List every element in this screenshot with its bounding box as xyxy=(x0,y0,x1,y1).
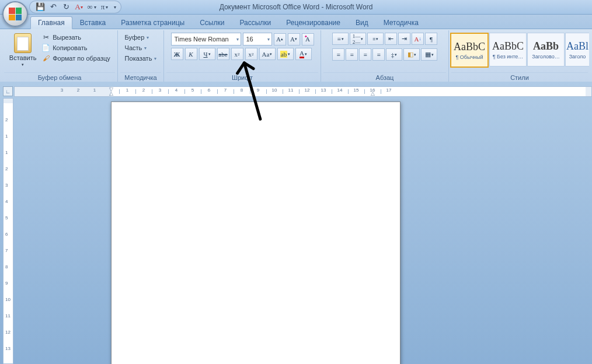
group-styles-label: Стили xyxy=(451,72,588,82)
line-spacing-button[interactable]: ‡▾ xyxy=(386,48,402,61)
qat-customize-dropdown[interactable]: ▾ xyxy=(114,5,116,10)
underline-button[interactable]: Ч▾ xyxy=(199,48,215,60)
qat-save-icon[interactable]: 💾 xyxy=(36,2,45,12)
align-left-button[interactable]: ≡ xyxy=(332,48,344,61)
style-caption: Заголово… xyxy=(528,54,564,60)
change-case-button[interactable]: Aa▾ xyxy=(259,48,276,60)
tab-selector-button[interactable]: ∟ xyxy=(3,86,13,96)
group-clipboard: Вставить ▾ ✂ Вырезать 📄 Копировать 🖌 Фор… xyxy=(2,30,118,82)
clear-formatting-button[interactable]: A✦ xyxy=(302,33,314,46)
superscript-button[interactable]: x2 xyxy=(245,48,257,60)
font-size-value: 16 xyxy=(246,36,253,43)
page-canvas[interactable] xyxy=(111,102,401,364)
tab-insert[interactable]: Вставка xyxy=(72,16,114,29)
show-hide-marks-button[interactable]: ¶ xyxy=(425,33,437,45)
style-heading1[interactable]: AaBb Заголово… xyxy=(527,33,565,66)
ribbon-tabs: Главная Вставка Разметка страницы Ссылки… xyxy=(0,15,592,29)
ribbon: Вставить ▾ ✂ Вырезать 📄 Копировать 🖌 Фор… xyxy=(0,29,592,83)
bullets-button[interactable]: ≡▾ xyxy=(332,33,349,45)
style-preview: AaBl xyxy=(566,40,588,52)
style-normal[interactable]: AaBbC ¶ Обычный xyxy=(450,33,489,68)
bold-button[interactable]: Ж xyxy=(171,48,183,60)
document-area: ∟ 1231234567891011121314151617▽△△ 211234… xyxy=(0,82,592,364)
tab-page-layout[interactable]: Разметка страницы xyxy=(113,16,192,29)
style-heading2[interactable]: AaBl Заголо xyxy=(565,33,589,66)
style-preview: AaBbC xyxy=(454,41,485,53)
tab-home[interactable]: Главная xyxy=(30,16,72,29)
style-preview: AaBb xyxy=(533,40,559,52)
decrease-indent-button[interactable]: ⇤ xyxy=(385,33,397,45)
group-methodichka: Буфер▾ Часть▾ Показать▾ Методичка xyxy=(118,30,164,82)
paste-icon xyxy=(14,33,32,53)
font-color-button[interactable]: A▾ xyxy=(295,48,312,60)
format-painter-label: Формат по образцу xyxy=(53,55,110,62)
align-right-button[interactable]: ≡ xyxy=(359,48,371,61)
chevron-down-icon: ▾ xyxy=(236,37,239,42)
style-no-spacing[interactable]: AaBbC ¶ Без инте… xyxy=(489,33,527,66)
style-caption: Заголо xyxy=(566,54,589,60)
copy-icon: 📄 xyxy=(41,44,50,52)
shrink-font-button[interactable]: A▾ xyxy=(288,33,300,46)
increase-indent-button[interactable]: ⇥ xyxy=(398,33,410,45)
copy-button[interactable]: 📄 Копировать xyxy=(40,43,112,52)
grow-font-button[interactable]: A▴ xyxy=(274,33,286,46)
font-size-combo[interactable]: 16 ▾ xyxy=(243,33,272,46)
tab-view[interactable]: Вид xyxy=(348,16,376,29)
qat-undo-icon[interactable]: ↶ xyxy=(48,2,58,12)
qat-pi-icon[interactable]: π▾ xyxy=(100,2,109,12)
paste-dropdown-icon[interactable]: ▾ xyxy=(22,62,24,67)
cut-label: Вырезать xyxy=(53,34,81,41)
group-methodichka-label: Методичка xyxy=(120,72,161,82)
tab-mailings[interactable]: Рассылки xyxy=(232,16,278,29)
office-logo-icon xyxy=(9,8,22,20)
group-paragraph-label: Абзац xyxy=(323,72,446,82)
horizontal-ruler[interactable]: 1231234567891011121314151617▽△△ xyxy=(14,86,592,97)
title-bar: 💾 ↶ ↻ A▾ ∞▾ π▾ ▾ Документ Microsoft Offi… xyxy=(0,0,592,15)
numbering-button[interactable]: 1—2—▾ xyxy=(350,33,366,45)
scissors-icon: ✂ xyxy=(41,33,50,41)
align-center-button[interactable]: ≡ xyxy=(346,48,358,61)
tab-references[interactable]: Ссылки xyxy=(192,16,232,29)
paste-label: Вставить xyxy=(9,54,37,61)
group-styles: AaBbC ¶ Обычный AaBbC ¶ Без инте… AaBb З… xyxy=(449,30,590,82)
qat-font-icon[interactable]: A▾ xyxy=(74,2,83,12)
sort-button[interactable]: A↓ xyxy=(412,33,424,45)
paste-button[interactable]: Вставить ▾ xyxy=(8,32,38,69)
brush-icon: 🖌 xyxy=(41,54,50,62)
tab-methodichka[interactable]: Методичка xyxy=(376,16,426,29)
style-preview: AaBbC xyxy=(492,40,524,52)
group-paragraph: ≡▾ 1—2—▾ ≡▾ ⇤ ⇥ A↓ ¶ ≡ ≡ ≡ ≡ ‡▾ ◧▾ ▦▾ Аб… xyxy=(321,30,449,82)
quick-access-toolbar: 💾 ↶ ↻ A▾ ∞▾ π▾ ▾ xyxy=(29,1,121,13)
qat-redo-icon[interactable]: ↻ xyxy=(61,2,71,12)
italic-button[interactable]: К xyxy=(185,48,197,60)
styles-gallery: AaBbC ¶ Обычный AaBbC ¶ Без инте… AaBb З… xyxy=(450,32,589,68)
style-caption: ¶ Без инте… xyxy=(490,54,526,60)
office-button[interactable] xyxy=(2,1,28,27)
copy-label: Копировать xyxy=(53,44,87,51)
qat-infinity-icon[interactable]: ∞▾ xyxy=(87,2,96,12)
vertical-ruler[interactable]: 2112345678910111213141516 xyxy=(3,98,13,364)
group-font-label: Шрифт xyxy=(166,72,318,82)
font-name-value: Times New Roman xyxy=(175,36,229,43)
highlight-color-button[interactable]: ab▾ xyxy=(277,48,294,60)
chevron-down-icon: ▾ xyxy=(267,37,270,42)
subscript-button[interactable]: x2 xyxy=(231,48,243,60)
group-font: Times New Roman ▾ 16 ▾ A▴ A▾ A✦ Ж К Ч▾ a… xyxy=(164,30,321,82)
multilevel-list-button[interactable]: ≡▾ xyxy=(367,33,384,45)
format-painter-button[interactable]: 🖌 Формат по образцу xyxy=(40,54,112,63)
shading-button[interactable]: ◧▾ xyxy=(403,48,420,61)
part-button[interactable]: Часть▾ xyxy=(123,43,159,52)
group-clipboard-label: Буфер обмена xyxy=(4,72,115,82)
strikethrough-button[interactable]: abe xyxy=(217,48,229,60)
buffer-button[interactable]: Буфер▾ xyxy=(123,33,159,42)
font-name-combo[interactable]: Times New Roman ▾ xyxy=(171,33,241,46)
tab-review[interactable]: Рецензирование xyxy=(278,16,348,29)
borders-button[interactable]: ▦▾ xyxy=(421,48,437,61)
style-caption: ¶ Обычный xyxy=(451,54,487,60)
justify-button[interactable]: ≡ xyxy=(372,48,385,61)
show-button[interactable]: Показать▾ xyxy=(123,54,159,63)
cut-button[interactable]: ✂ Вырезать xyxy=(40,33,112,42)
